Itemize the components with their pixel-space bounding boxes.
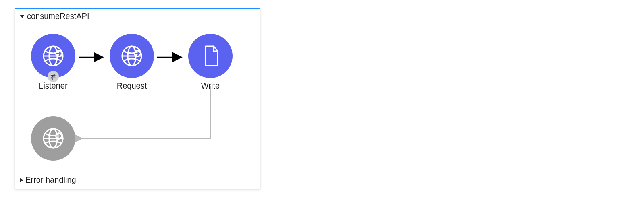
error-section-header[interactable]: Error handling xyxy=(20,175,256,185)
error-section-footer: Error handling xyxy=(15,172,260,189)
chevron-right-icon xyxy=(20,178,23,183)
write-node[interactable]: Write xyxy=(188,34,233,78)
globe-arrow-icon xyxy=(119,43,145,69)
flow-section-header[interactable]: consumeRestAPI xyxy=(15,9,260,22)
arrow-return xyxy=(75,86,214,146)
flow-title: consumeRestAPI xyxy=(27,12,89,21)
flow-canvas[interactable]: Listener Request xyxy=(15,22,260,167)
request-label: Request xyxy=(104,81,160,91)
source-divider xyxy=(87,30,87,163)
request-node[interactable]: Request xyxy=(110,34,154,78)
listener-node[interactable]: Listener xyxy=(31,34,75,78)
write-label: Write xyxy=(182,81,239,91)
error-section-title: Error handling xyxy=(25,175,76,185)
listener-label: Listener xyxy=(25,81,81,91)
arrow-request-to-write xyxy=(157,53,185,61)
exchange-badge-icon xyxy=(48,71,59,82)
response-node[interactable] xyxy=(31,116,75,161)
globe-arrow-icon xyxy=(40,126,66,151)
chevron-down-icon xyxy=(20,15,25,18)
flow-panel: consumeRestAPI Listener xyxy=(15,8,260,189)
arrow-listener-to-request xyxy=(79,53,107,61)
file-icon xyxy=(197,43,223,69)
globe-arrow-icon xyxy=(40,43,66,69)
